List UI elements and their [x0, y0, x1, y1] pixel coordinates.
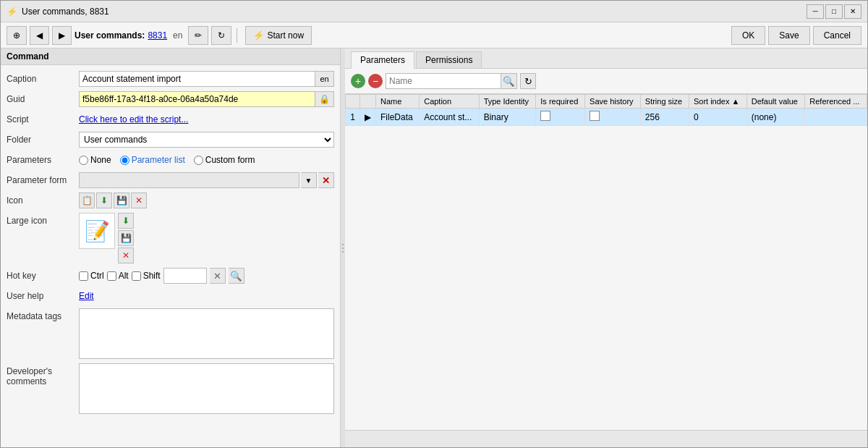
lightning-icon: ⚡ — [253, 30, 264, 41]
cell-default-value: (none) — [746, 109, 805, 126]
col-header-save-history[interactable]: Save history — [585, 95, 641, 109]
param-form-dropdown-button[interactable]: ▼ — [301, 172, 317, 188]
user-help-label: User help — [7, 291, 79, 301]
window-title: User commands, 8831 — [22, 7, 109, 17]
params-table-container: Name Caption Type Identity Is required S… — [345, 94, 867, 430]
param-list-radio[interactable]: Parameter list — [120, 155, 185, 165]
param-search-input[interactable] — [386, 73, 501, 89]
main-content: Command Caption en Guid — [1, 48, 867, 447]
tab-permissions[interactable]: Permissions — [416, 51, 482, 68]
folder-label: Folder — [7, 135, 79, 145]
col-header-type-identity[interactable]: Type Identity — [479, 95, 536, 109]
toolbar-refresh-button[interactable]: ↻ — [211, 26, 231, 45]
dev-comments-row: Developer's comments — [7, 363, 334, 414]
param-list-input[interactable] — [120, 156, 129, 165]
ctrl-checkbox-label[interactable]: Ctrl — [79, 271, 104, 281]
alt-checkbox-label[interactable]: Alt — [107, 271, 129, 281]
col-header-default-value[interactable]: Default value — [746, 95, 805, 109]
toolbar-edit-button[interactable]: ✏ — [188, 26, 208, 45]
icon-preview-area: 📝 ⬇ 💾 ✕ — [79, 213, 334, 263]
param-form-clear-button[interactable]: ✕ — [318, 172, 334, 188]
col-header-string-size[interactable]: String size — [640, 95, 689, 109]
hotkey-clear-button[interactable]: ✕ — [210, 268, 226, 284]
tab-bar: Parameters Permissions — [345, 48, 867, 69]
col-header-is-required[interactable]: Is required — [536, 95, 585, 109]
nav-forward-button[interactable]: ▶ — [52, 26, 72, 45]
param-none-radio[interactable]: None — [79, 155, 111, 165]
script-link[interactable]: Click here to edit the script... — [79, 114, 188, 124]
cancel-button[interactable]: Cancel — [813, 26, 861, 45]
guid-input-group: 🔒 — [79, 91, 334, 107]
icon-delete-button[interactable]: ✕ — [131, 193, 147, 208]
nav-back-button[interactable]: ◀ — [30, 26, 49, 45]
resize-dot-1 — [342, 244, 344, 245]
alt-label: Alt — [119, 271, 129, 281]
start-now-button[interactable]: ⚡ Start now — [245, 26, 312, 45]
cell-rownum: 1 — [346, 109, 360, 126]
titlebar-controls: ─ □ ✕ — [807, 4, 861, 19]
param-custom-radio[interactable]: Custom form — [194, 155, 255, 165]
col-header-arrow — [360, 95, 376, 109]
close-button[interactable]: ✕ — [844, 4, 861, 19]
params-table: Name Caption Type Identity Is required S… — [345, 94, 867, 126]
alt-checkbox[interactable] — [107, 271, 116, 281]
param-form-input[interactable] — [79, 172, 299, 188]
icon-control: 📋 ⬇ 💾 ✕ — [79, 193, 334, 208]
metadata-tags-textarea[interactable] — [79, 308, 334, 359]
command-section-header: Command — [1, 48, 340, 65]
caption-lang-button[interactable]: en — [315, 71, 334, 87]
guid-lock-button[interactable]: 🔒 — [315, 91, 334, 107]
col-header-sort-index[interactable]: Sort index ▲ — [689, 95, 746, 109]
dev-comments-textarea[interactable] — [79, 363, 334, 414]
guid-input[interactable] — [79, 91, 315, 107]
user-help-edit-link[interactable]: Edit — [79, 291, 94, 301]
large-icon-download-button[interactable]: ⬇ — [118, 213, 134, 229]
user-help-row: User help Edit — [7, 288, 334, 304]
param-none-label: None — [90, 155, 111, 165]
param-form-control: ▼ ✕ — [79, 172, 334, 188]
large-icon-save-button[interactable]: 💾 — [118, 230, 134, 246]
resize-dot-3 — [342, 251, 344, 253]
shift-label: Shift — [143, 271, 161, 281]
caption-row: Caption en — [7, 71, 334, 87]
maximize-button[interactable]: □ — [825, 4, 843, 19]
start-now-label: Start now — [267, 30, 304, 41]
caption-input[interactable] — [79, 71, 315, 87]
params-table-body: 1 ▶ FileData Account st... Binary 256 0 … — [346, 109, 867, 126]
minimize-button[interactable]: ─ — [807, 4, 824, 19]
param-form-input-group: ▼ ✕ — [79, 172, 334, 188]
shift-checkbox-label[interactable]: Shift — [132, 271, 161, 281]
col-header-caption[interactable]: Caption — [420, 95, 479, 109]
folder-select[interactable]: User commands — [79, 132, 334, 148]
parameters-radio-group: None Parameter list Custom form — [79, 155, 334, 165]
save-button[interactable]: Save — [768, 26, 809, 45]
param-refresh-button[interactable]: ↻ — [520, 73, 536, 89]
table-row[interactable]: 1 ▶ FileData Account st... Binary 256 0 … — [346, 109, 867, 126]
hotkey-search-button[interactable]: 🔍 — [229, 268, 244, 284]
guid-control: 🔒 — [79, 91, 334, 107]
col-header-referenced[interactable]: Referenced ... — [805, 95, 867, 109]
icon-edit-button[interactable]: 📋 — [79, 193, 95, 208]
icon-download-green-button[interactable]: ⬇ — [96, 193, 112, 208]
large-icon-delete-button[interactable]: ✕ — [118, 248, 134, 263]
folder-row: Folder User commands — [7, 132, 334, 148]
hotkey-input-group: Ctrl Alt Shift ✕ — [79, 268, 334, 284]
shift-checkbox[interactable] — [132, 271, 141, 281]
titlebar: ⚡ User commands, 8831 ─ □ ✕ — [1, 1, 867, 22]
param-custom-input[interactable] — [194, 156, 203, 165]
ok-button[interactable]: OK — [731, 26, 765, 45]
icon-toolbar: 📋 ⬇ 💾 ✕ — [79, 193, 334, 208]
toolbar-lang: en — [173, 30, 182, 41]
col-header-name[interactable]: Name — [376, 95, 420, 109]
param-remove-button[interactable]: − — [368, 74, 383, 88]
metadata-tags-row: Metadata tags — [7, 308, 334, 359]
nav-add-button[interactable]: ⊕ — [7, 26, 27, 45]
ctrl-checkbox[interactable] — [79, 271, 88, 281]
param-add-button[interactable]: + — [351, 74, 365, 88]
icon-save-button[interactable]: 💾 — [114, 193, 129, 208]
hotkey-input[interactable] — [163, 268, 207, 284]
param-search-button[interactable]: 🔍 — [501, 73, 517, 89]
tab-parameters[interactable]: Parameters — [351, 51, 414, 69]
param-none-input[interactable] — [79, 156, 88, 165]
large-icon-control: 📝 ⬇ 💾 ✕ — [79, 213, 334, 263]
